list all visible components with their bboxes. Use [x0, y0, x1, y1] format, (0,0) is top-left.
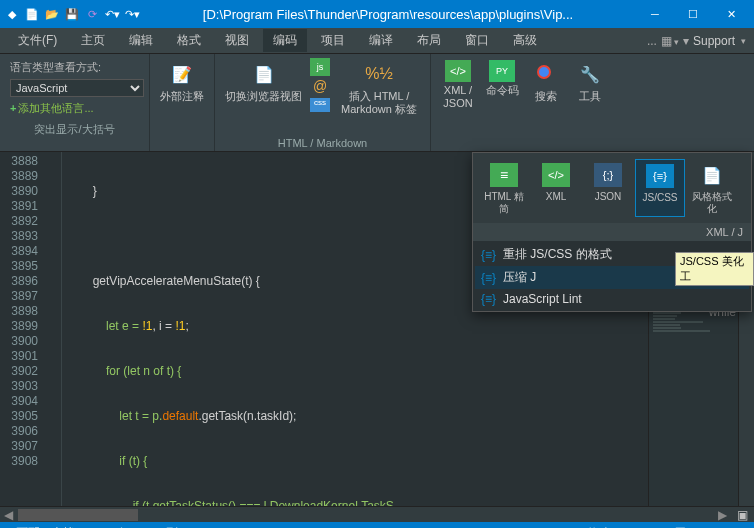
fold-column[interactable]: [44, 152, 62, 506]
scroll-left-icon[interactable]: ◀: [0, 508, 16, 522]
menu-item-1[interactable]: 主页: [71, 29, 115, 52]
insert-html-button[interactable]: %½插入 HTML / Markdown 标签: [334, 56, 424, 118]
at-icon[interactable]: @: [310, 78, 330, 96]
item-icon: {≡}: [481, 271, 497, 285]
lang-select[interactable]: JavaScript: [10, 79, 144, 97]
item-icon: {≡}: [481, 292, 497, 306]
group2-label: HTML / Markdown: [221, 135, 424, 151]
undo-icon[interactable]: ↶▾: [104, 7, 120, 21]
support-link[interactable]: Support: [693, 34, 735, 48]
css-badge-icon[interactable]: css: [310, 98, 330, 112]
status-modified: 修改: 2021/3/15/周一 20:26:58: [587, 525, 748, 529]
sync-icon[interactable]: ⟳: [84, 7, 100, 21]
close-button[interactable]: ✕: [712, 0, 750, 28]
cmd-button[interactable]: PY命令码: [481, 56, 523, 99]
lang-title: 语言类型查看方式:: [10, 60, 144, 75]
menu-drop2[interactable]: ▾: [683, 34, 689, 48]
menu-item-3[interactable]: 格式: [167, 29, 211, 52]
popup-btn-html[interactable]: ≡HTML 精简: [479, 159, 529, 217]
menu-item-9[interactable]: 窗口: [455, 29, 499, 52]
group1-label: 突出显示/大括号: [6, 120, 143, 139]
style-icon: 📄: [696, 161, 728, 189]
line-gutter: 3888388938903891389238933894389538963897…: [0, 152, 44, 506]
menu-item-4[interactable]: 视图: [215, 29, 259, 52]
menu-item-6[interactable]: 项目: [311, 29, 355, 52]
titlebar-icons: ◆ 📄 📂 💾 ⟳ ↶▾ ↷▾: [4, 7, 140, 21]
horizontal-scrollbar[interactable]: ◀ ▶ ▣: [0, 506, 754, 522]
open-icon[interactable]: 📂: [44, 7, 60, 21]
titlebar: ◆ 📄 📂 💾 ⟳ ↶▾ ↷▾ [D:\Program Files\Thunde…: [0, 0, 754, 28]
tools-button[interactable]: 🔧工具: [569, 56, 611, 105]
support-drop[interactable]: ▾: [741, 36, 746, 46]
menubar: 文件(F)主页编辑格式视图编码项目编译布局窗口高级 ... ▦▾ ▾ Suppo…: [0, 28, 754, 54]
menu-item-8[interactable]: 布局: [407, 29, 451, 52]
add-lang-button[interactable]: 添加其他语言...: [10, 101, 144, 116]
status-position[interactable]: 行 3900, 列 27, C0: [118, 525, 217, 529]
json-icon: {;}: [592, 161, 624, 189]
status-bar: 6 匹配 - 查找"getV 行 3900, 列 27, C0 DOS ▾ UT…: [0, 522, 754, 528]
split-icon[interactable]: ▣: [730, 508, 754, 522]
html-icon: ≡: [488, 161, 520, 189]
save-icon[interactable]: 💾: [64, 7, 80, 21]
menu-item-7[interactable]: 编译: [359, 29, 403, 52]
maximize-button[interactable]: ☐: [674, 0, 712, 28]
redo-icon[interactable]: ↷▾: [124, 7, 140, 21]
popup-tooltip: JS/CSS 美化工: [675, 252, 754, 286]
ribbon: 语言类型查看方式: JavaScript 添加其他语言... 突出显示/大括号 …: [0, 54, 754, 152]
menu-more[interactable]: ...: [647, 34, 657, 48]
xml-icon: </>: [540, 161, 572, 189]
status-match: 6 匹配 - 查找"getV: [6, 525, 104, 529]
ext-comment-button[interactable]: 📝外部注释: [156, 56, 208, 105]
popup-item-2[interactable]: {≡}JavaScript Lint: [475, 289, 749, 309]
menu-drop1[interactable]: ▦▾: [661, 34, 679, 48]
menu-item-2[interactable]: 编辑: [119, 29, 163, 52]
search-button[interactable]: 搜索: [525, 56, 567, 105]
popup-tab-label: XML / J: [473, 223, 751, 241]
popup-btn-jscss[interactable]: {≡}JS/CSS: [635, 159, 685, 217]
scroll-right-icon[interactable]: ▶: [714, 508, 730, 522]
app-icon: ◆: [4, 7, 20, 21]
jscss-icon: {≡}: [644, 162, 676, 190]
new-file-icon[interactable]: 📄: [24, 7, 40, 21]
item-icon: {≡}: [481, 248, 497, 262]
menu-item-10[interactable]: 高级: [503, 29, 547, 52]
window-title: [D:\Program Files\Thunder\Program\resour…: [140, 7, 636, 22]
menu-item-0[interactable]: 文件(F): [8, 29, 67, 52]
menu-item-5[interactable]: 编码: [263, 29, 307, 52]
format-popup: ≡HTML 精简</>XML{;}JSON{≡}JS/CSS📄风格格式化 XML…: [472, 152, 752, 312]
popup-btn-style[interactable]: 📄风格格式化: [687, 159, 737, 217]
browser-view-button[interactable]: 📄切换浏览器视图: [221, 56, 306, 105]
xml-json-button[interactable]: </>XML / JSON: [437, 56, 479, 112]
js-badge-icon[interactable]: js: [310, 58, 330, 76]
minimize-button[interactable]: ─: [636, 0, 674, 28]
popup-btn-xml[interactable]: </>XML: [531, 159, 581, 217]
popup-btn-json[interactable]: {;}JSON: [583, 159, 633, 217]
